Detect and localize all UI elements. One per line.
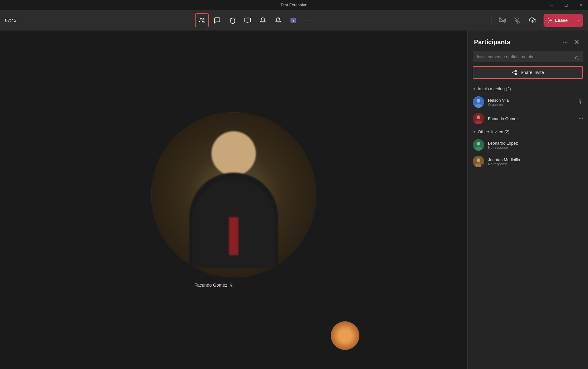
svg-line-21: [578, 59, 579, 60]
toolbar-center: T ···: [23, 13, 487, 27]
participant-video: [173, 122, 294, 268]
participant-actions-nelson[interactable]: [578, 99, 583, 105]
share-invite-button[interactable]: Share invite: [473, 66, 583, 79]
share-invite-label: Share invite: [521, 70, 544, 75]
svg-point-23: [512, 72, 514, 73]
leave-dropdown-arrow[interactable]: [573, 14, 583, 27]
more-options-button[interactable]: ···: [302, 13, 316, 27]
participant-role-nelson: Organizer: [488, 103, 574, 106]
bell-outline-button[interactable]: [271, 13, 285, 27]
mic-toggle-button[interactable]: [511, 13, 525, 27]
chevron-down-icon: ▼: [473, 87, 476, 91]
participant-name-facundo: Facundo Gomez: [488, 116, 575, 121]
svg-rect-30: [580, 99, 581, 101]
participant-mic-icon: [578, 99, 583, 104]
title-bar: Test Extension ─ □ ✕: [0, 0, 588, 10]
participant-leonardo-lopez: Leonardo Lopez No response: [468, 137, 588, 153]
leave-main[interactable]: Leave: [544, 14, 573, 27]
upload-button[interactable]: [526, 13, 540, 27]
toolbar: 07:45: [0, 10, 588, 31]
panel-close-button[interactable]: [571, 37, 582, 47]
avatar-leonardo-lopez: [473, 139, 484, 151]
avatar-image-fg: [473, 113, 484, 124]
toolbar-right: [495, 13, 540, 27]
svg-marker-9: [504, 19, 505, 22]
video-feed: [151, 112, 316, 277]
participant-jonatan-medinilla: Jonatan Medinilla No response: [468, 153, 588, 170]
video-area: Facundo Gomez: [0, 31, 467, 369]
participant-role-jonatan: No response: [488, 162, 583, 166]
svg-line-25: [514, 73, 515, 74]
leave-button[interactable]: Leave: [544, 14, 583, 27]
toolbar-divider: [491, 15, 491, 25]
svg-point-20: [575, 57, 578, 59]
window-controls: ─ □ ✕: [544, 0, 588, 10]
leave-label: Leave: [555, 18, 568, 23]
body-silhouette: [189, 173, 278, 268]
others-invited-section[interactable]: ▼ Others invited (2): [468, 127, 588, 137]
reactions-button[interactable]: [225, 13, 239, 27]
svg-point-24: [515, 73, 517, 75]
participant-actions-facundo[interactable]: [579, 118, 583, 119]
svg-point-28: [477, 99, 480, 103]
participant-name-leonardo: Leonardo Lopez: [488, 141, 583, 146]
participant-role-leonardo: No response: [488, 146, 583, 149]
in-this-meeting-section[interactable]: ▼ In this meeting (2): [468, 84, 588, 94]
tie-silhouette: [229, 217, 238, 255]
panel-title: Participants: [474, 38, 510, 46]
call-timer: 07:45: [5, 18, 19, 23]
svg-point-34: [477, 115, 480, 119]
main-video: [151, 112, 316, 277]
leave-button-container: Leave: [544, 14, 583, 27]
mic-icon: [229, 283, 234, 287]
participant-info-facundo: Facundo Gomez: [488, 116, 575, 121]
participant-info-leonardo: Leonardo Lopez No response: [488, 141, 583, 149]
avatar-nelson-vila: [473, 96, 484, 108]
status-dot-jm: [481, 164, 484, 167]
head-silhouette: [211, 131, 256, 176]
svg-marker-15: [577, 20, 579, 21]
others-invited-label: Others invited (2): [478, 129, 510, 134]
svg-text:T: T: [292, 19, 294, 22]
avatar-image-nv: [473, 96, 484, 108]
chat-button[interactable]: [210, 13, 224, 27]
suit-silhouette: [192, 179, 275, 268]
avatar-jonatan-medinilla: [473, 156, 484, 167]
maximize-button[interactable]: □: [559, 0, 573, 10]
svg-point-0: [200, 18, 202, 20]
search-icon: [575, 56, 579, 61]
svg-point-22: [515, 70, 517, 72]
participant-name-nelson: Nelson Vila: [488, 98, 574, 103]
small-video: [331, 321, 359, 350]
panel-more-button[interactable]: [560, 37, 570, 47]
participant-info-nelson: Nelson Vila Organizer: [488, 98, 574, 106]
chevron-down-icon-others: ▼: [473, 130, 476, 133]
participant-facundo-gomez: Facundo Gomez: [468, 110, 588, 127]
panel-header-actions: [560, 37, 582, 47]
teams-button[interactable]: T: [286, 13, 300, 27]
svg-point-37: [477, 142, 480, 146]
svg-point-1: [203, 18, 204, 20]
avatar-image-ll: [473, 139, 484, 151]
search-container: [468, 51, 588, 66]
small-video-feed: [331, 321, 359, 350]
panel-header: Participants: [468, 31, 588, 51]
svg-point-40: [477, 158, 480, 162]
window-title: Test Extension: [280, 3, 307, 7]
close-button[interactable]: ✕: [573, 0, 588, 10]
notifications-button[interactable]: [256, 13, 270, 27]
participant-name-jonatan: Jonatan Medinilla: [488, 157, 583, 162]
search-input[interactable]: [473, 51, 583, 62]
svg-point-5: [278, 18, 278, 19]
avatar-facundo-gomez: [473, 113, 484, 124]
in-this-meeting-label: In this meeting (2): [478, 86, 511, 91]
share-screen-button[interactable]: [241, 13, 255, 27]
video-toggle-button[interactable]: [495, 13, 509, 27]
svg-rect-2: [244, 18, 250, 22]
participant-nelson-vila: Nelson Vila Organizer: [468, 94, 588, 110]
minimize-button[interactable]: ─: [544, 0, 559, 10]
svg-line-26: [514, 71, 515, 72]
participants-button[interactable]: [195, 13, 209, 27]
main-content: Facundo Gomez Participants: [0, 31, 588, 369]
share-icon: [512, 70, 518, 75]
